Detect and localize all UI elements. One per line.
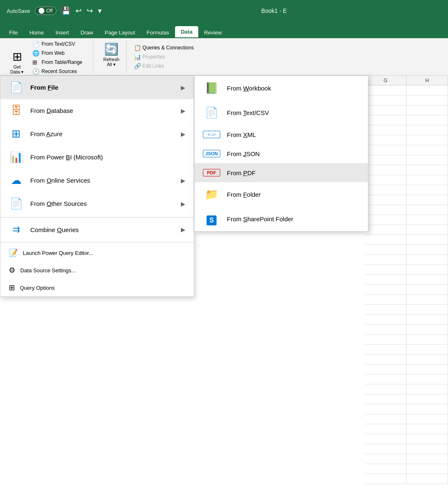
cell[interactable] [407, 265, 448, 275]
sub-from-xml[interactable]: <○> From XML [195, 125, 368, 144]
cell[interactable] [407, 115, 448, 125]
cell[interactable] [365, 345, 407, 355]
cell[interactable] [407, 404, 448, 414]
cell[interactable] [365, 305, 407, 315]
cell[interactable] [407, 95, 448, 105]
cell[interactable] [407, 255, 448, 265]
cell[interactable] [365, 155, 407, 165]
launch-editor-item[interactable]: 📝 Launch Power Query Editor... [0, 244, 194, 262]
cell[interactable] [407, 175, 448, 185]
cell[interactable] [365, 215, 407, 225]
tab-formulas[interactable]: Formulas [141, 27, 175, 38]
data-source-item[interactable]: ⚙ Data Source Settings... [0, 262, 194, 279]
cell[interactable] [407, 86, 448, 95]
redo-icon[interactable]: ↪ [87, 6, 93, 15]
cell[interactable] [407, 105, 448, 115]
cell[interactable] [365, 424, 407, 434]
tab-pagelayout[interactable]: Page Layout [99, 27, 141, 38]
cell[interactable] [407, 155, 448, 165]
from-web-ribbon[interactable]: 🌐 From Web [31, 49, 90, 57]
menu-item-combine[interactable]: ⇉ Combine Queries ▶ [0, 219, 194, 240]
cell[interactable] [365, 86, 407, 95]
cell[interactable] [365, 414, 407, 424]
cell[interactable] [365, 335, 407, 345]
sub-from-json[interactable]: JSON From JSON [195, 144, 368, 163]
cell[interactable] [365, 165, 407, 175]
cell[interactable] [365, 115, 407, 125]
cell[interactable] [407, 335, 448, 345]
spreadsheet-grid[interactable] [365, 86, 448, 489]
cell[interactable] [407, 295, 448, 305]
sub-from-pdf[interactable]: PDF From PDF [195, 163, 368, 182]
cell[interactable] [365, 444, 407, 454]
cell[interactable] [407, 464, 448, 474]
cell[interactable] [365, 325, 407, 335]
sub-from-folder[interactable]: 📁 From Folder [195, 182, 368, 207]
cell[interactable] [407, 374, 448, 384]
edit-links-button[interactable]: 🔗 Edit Links [133, 62, 195, 70]
cell[interactable] [407, 185, 448, 195]
refresh-all-button[interactable]: 🔄 RefreshAll ▾ [100, 40, 123, 70]
cell[interactable] [365, 175, 407, 185]
cell[interactable] [365, 255, 407, 265]
cell[interactable] [365, 135, 407, 145]
cell[interactable] [407, 384, 448, 394]
cell[interactable] [407, 394, 448, 404]
recent-sources-ribbon[interactable]: 🕐 Recent Sources [31, 67, 90, 76]
cell[interactable] [365, 145, 407, 155]
cell[interactable] [407, 165, 448, 175]
sub-from-textcsv[interactable]: 📄 From Text/CSV [195, 100, 368, 125]
undo-icon[interactable]: ↩ [75, 6, 82, 15]
autosave-toggle[interactable]: Off [35, 7, 56, 15]
cell[interactable] [407, 434, 448, 444]
menu-item-from-file[interactable]: 📄 From File ▶ [0, 76, 194, 99]
cell[interactable] [407, 135, 448, 145]
cell[interactable] [365, 195, 407, 205]
cell[interactable] [365, 364, 407, 374]
tab-file[interactable]: File [3, 27, 24, 38]
menu-item-from-online[interactable]: ☁ From Online Services ▶ [0, 169, 194, 192]
cell[interactable] [365, 355, 407, 364]
cell[interactable] [365, 105, 407, 115]
sub-from-sharepoint[interactable]: S From SharePoint Folder [195, 207, 368, 231]
from-table-ribbon[interactable]: ⊞ From Table/Range [31, 58, 90, 66]
get-data-button[interactable]: ⊞ GetData ▾ [7, 47, 27, 77]
dropdown-icon[interactable]: ▾ [98, 6, 102, 15]
cell[interactable] [365, 374, 407, 384]
cell[interactable] [407, 195, 448, 205]
menu-item-from-azure[interactable]: ⊞ From Azure ▶ [0, 122, 194, 146]
cell[interactable] [365, 95, 407, 105]
cell[interactable] [365, 225, 407, 235]
properties-button[interactable]: 📊 Properties [133, 53, 195, 61]
tab-review[interactable]: Review [198, 27, 228, 38]
cell[interactable] [365, 315, 407, 325]
save-icon[interactable]: 💾 [61, 6, 71, 15]
cell[interactable] [407, 414, 448, 424]
cell[interactable] [407, 364, 448, 374]
cell[interactable] [407, 474, 448, 484]
cell[interactable] [365, 275, 407, 285]
query-options-item[interactable]: ⊞ Query Options [0, 279, 194, 296]
cell[interactable] [365, 474, 407, 484]
tab-data[interactable]: Data [175, 26, 198, 38]
cell[interactable] [365, 285, 407, 295]
cell[interactable] [407, 145, 448, 155]
cell[interactable] [365, 245, 407, 255]
cell[interactable] [407, 444, 448, 454]
cell[interactable] [407, 125, 448, 135]
cell[interactable] [407, 285, 448, 295]
tab-insert[interactable]: Insert [50, 27, 75, 38]
cell[interactable] [365, 394, 407, 404]
queries-connections-button[interactable]: 📋 Queries & Connections [133, 44, 195, 52]
cell[interactable] [365, 205, 407, 215]
tab-home[interactable]: Home [24, 27, 50, 38]
menu-item-from-database[interactable]: 🗄 From Database ▶ [0, 99, 194, 122]
cell[interactable] [365, 185, 407, 195]
cell[interactable] [407, 424, 448, 434]
tab-draw[interactable]: Draw [75, 27, 99, 38]
cell[interactable] [407, 345, 448, 355]
cell[interactable] [365, 384, 407, 394]
menu-item-from-other[interactable]: 📄 From Other Sources ▶ [0, 192, 194, 215]
cell[interactable] [407, 215, 448, 225]
cell[interactable] [365, 434, 407, 444]
